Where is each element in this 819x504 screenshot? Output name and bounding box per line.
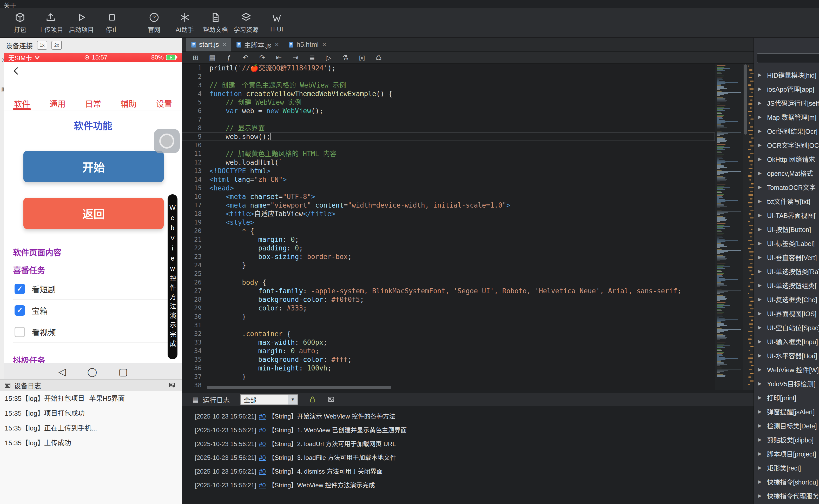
run-selection-icon[interactable]: ≣ [308,53,316,62]
expand-arrow-icon[interactable]: ▶ [758,311,763,316]
expand-arrow-icon[interactable]: ▶ [758,241,763,246]
api-item[interactable]: ▶UI-单选按钮组类[ [754,278,819,292]
api-item[interactable]: ▶UI-按钮[Button] [754,222,819,236]
api-item[interactable]: ▶opencv,Mat格式 [754,166,819,180]
expand-arrow-icon[interactable]: ▶ [758,227,763,232]
api-item[interactable]: ▶UI-单选按钮类[Ra] [754,264,819,278]
expand-arrow-icon[interactable]: ▶ [758,451,763,456]
expand-arrow-icon[interactable]: ▶ [758,297,763,302]
checkbox-checked-icon[interactable]: ✓ [15,305,25,316]
expand-arrow-icon[interactable]: ▶ [758,283,763,288]
start-button[interactable]: 开始 [23,151,164,182]
phone-preview[interactable]: 无SIM卡 15:57 80% 软件通用日常辅助设置 软件功能 开始 返回 软件… [4,53,182,363]
api-search-box[interactable] [757,53,819,63]
toolbar-item-website[interactable]: ?官网 [139,10,169,36]
api-item[interactable]: ▶UI-水平容器[Hori] [754,348,819,362]
close-tab-icon[interactable]: × [322,41,326,49]
indent-icon[interactable]: ⇥ [291,53,300,62]
phone-tab-软件[interactable]: 软件 [4,96,40,110]
toolbar-item-ai[interactable]: AI助手 [169,10,200,36]
scale-1x-button[interactable]: 1x [37,41,47,50]
api-item[interactable]: ▶Ocr识别结果[Ocr] [754,124,819,138]
log-filter-dropdown[interactable]: 全部 ▼ [240,394,298,405]
task-row[interactable]: 看视频 [13,321,173,343]
editor-tab-h5.html[interactable]: h5.html× [283,38,331,51]
code-area[interactable]: 1printl('//🍎交流QQ群711841924');23// 创建一个黄色… [182,64,715,390]
checkbox-unchecked-icon[interactable] [15,327,25,337]
task-row[interactable]: ✓宝箱 [13,300,173,321]
format-icon[interactable]: ƒ [224,53,233,62]
api-item[interactable]: ▶脚本项目[project] [754,447,819,461]
phone-tab-日常[interactable]: 日常 [75,96,111,110]
lock-scroll-icon[interactable] [309,396,316,403]
hscroll-thumb[interactable] [207,386,391,389]
print-icon[interactable]: ▤ [208,53,217,62]
minimap[interactable] [715,64,743,390]
back-icon[interactable] [11,66,21,76]
api-item[interactable]: ▶UI-垂直容器[Vert] [754,250,819,264]
expand-arrow-icon[interactable]: ▶ [758,409,763,414]
phone-tab-设置[interactable]: 设置 [146,96,182,110]
api-item[interactable]: ▶快捷指令[shortcu] [754,475,819,489]
phone-tab-辅助[interactable]: 辅助 [111,96,146,110]
expand-arrow-icon[interactable]: ▶ [758,339,763,344]
log-ref-link[interactable]: #0 [259,440,266,447]
close-tab-icon[interactable]: × [223,41,227,49]
expand-arrow-icon[interactable]: ▶ [758,353,763,358]
log-ref-link[interactable]: #0 [259,482,266,489]
toolbar-item-package[interactable]: 打包 [5,10,35,36]
trash-icon[interactable]: ♺ [374,53,383,62]
return-button[interactable]: 返回 [23,198,164,229]
api-item[interactable]: ▶Map 数据管理[m] [754,110,819,124]
expand-arrow-icon[interactable]: ▶ [758,325,763,330]
search-input[interactable] [759,55,819,62]
api-item[interactable]: ▶弹窗提醒[jsAlert] [754,404,819,419]
toolbar-item-hui[interactable]: H-UI [261,10,292,36]
api-item[interactable]: ▶UI-界面视图[IOS] [754,306,819,320]
run-icon[interactable]: ▷ [324,53,333,62]
api-item[interactable]: ▶txt文件读写[txt] [754,194,819,208]
api-item[interactable]: ▶UI-空白站位[Spac] [754,320,819,334]
api-item[interactable]: ▶JS代码运行时[self] [754,96,819,110]
api-item[interactable]: ▶HID键鼠模块[hid] [754,68,819,82]
log-ref-link[interactable]: #0 [259,427,266,434]
expand-arrow-icon[interactable]: ▶ [758,86,763,92]
toolbar-item-start[interactable]: 启动项目 [66,10,97,36]
expand-arrow-icon[interactable]: ▶ [758,437,763,442]
expand-arrow-icon[interactable]: ▶ [758,170,763,176]
expand-arrow-icon[interactable]: ▶ [758,423,763,428]
task-row[interactable]: ✓看短剧 [13,278,173,300]
expand-arrow-icon[interactable]: ▶ [758,493,763,499]
clean-icon[interactable]: ⚗ [341,53,350,62]
nav-home-icon[interactable]: ◯ [87,367,97,376]
expand-arrow-icon[interactable]: ▶ [758,367,763,372]
api-item[interactable]: ▶UI-复选框类[Che] [754,292,819,306]
nav-back-icon[interactable]: ◁ [58,367,66,377]
expand-arrow-icon[interactable]: ▶ [758,156,763,162]
expand-arrow-icon[interactable]: ▶ [758,184,763,190]
toolbar-item-docs[interactable]: 帮助文档 [200,10,231,36]
overview-ruler[interactable] [743,64,754,390]
api-item[interactable]: ▶打印[print] [754,390,819,404]
api-item[interactable]: ▶UI-标签类[Label] [754,236,819,250]
expand-arrow-icon[interactable]: ▶ [758,100,763,106]
scale-2x-button[interactable]: 2x [51,41,62,50]
menu-item-about[interactable]: 关于 [4,1,16,8]
export-image-icon[interactable] [168,382,176,389]
editor-tab-主脚本.js[interactable]: 主脚本.js× [231,38,283,51]
api-item[interactable]: ▶TomatoOCR文字 [754,180,819,194]
log-ref-link[interactable]: #0 [259,468,266,475]
expand-arrow-icon[interactable]: ▶ [758,269,763,274]
api-item[interactable]: ▶YoloV5目标检测[ [754,376,819,390]
expand-arrow-icon[interactable]: ▶ [758,128,763,134]
export-log-icon[interactable] [327,396,335,403]
api-item[interactable]: ▶UI-输入框类[Inpu] [754,334,819,348]
api-item[interactable]: ▶iosApp管理[app] [754,82,819,96]
vscroll-thumb[interactable] [744,64,747,135]
expand-arrow-icon[interactable]: ▶ [758,72,763,78]
expand-arrow-icon[interactable]: ▶ [758,465,763,470]
close-tab-icon[interactable]: × [275,41,279,49]
log-ref-link[interactable]: #0 [259,454,266,461]
api-item[interactable]: ▶检测目标类[Dete] [754,419,819,433]
api-item[interactable]: ▶矩形类[rect] [754,461,819,475]
